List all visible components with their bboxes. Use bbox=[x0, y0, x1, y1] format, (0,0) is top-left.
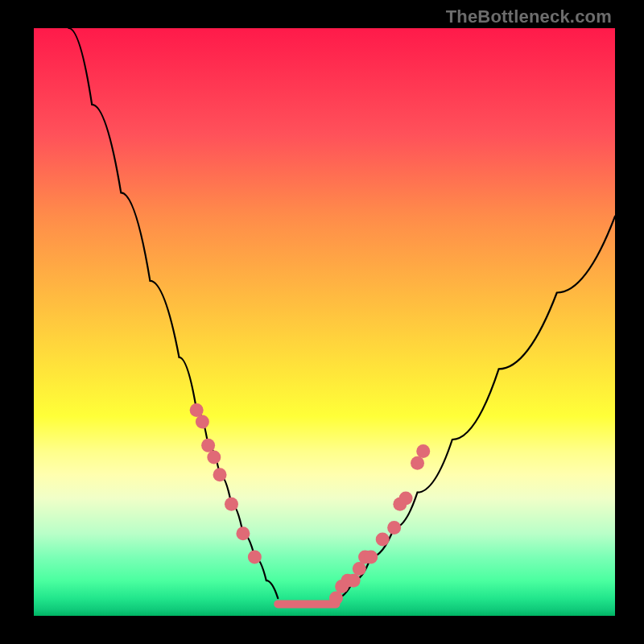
chart-frame: TheBottleneck.com bbox=[0, 0, 644, 644]
data-marker bbox=[387, 521, 401, 535]
data-marker bbox=[236, 526, 250, 540]
data-marker bbox=[201, 439, 215, 452]
watermark-text: TheBottleneck.com bbox=[446, 6, 612, 27]
right-markers bbox=[329, 444, 430, 605]
data-marker bbox=[364, 551, 378, 564]
data-marker bbox=[213, 468, 227, 481]
chart-overlay bbox=[34, 28, 615, 616]
data-marker bbox=[248, 551, 262, 564]
bottleneck-left-curve bbox=[68, 28, 278, 598]
data-marker bbox=[190, 403, 204, 417]
data-marker bbox=[399, 492, 413, 506]
data-marker bbox=[353, 562, 366, 576]
data-marker bbox=[196, 415, 209, 429]
data-marker bbox=[416, 444, 430, 458]
data-marker bbox=[225, 497, 238, 511]
data-marker bbox=[376, 533, 390, 547]
data-marker bbox=[411, 456, 424, 470]
data-marker bbox=[207, 450, 221, 464]
data-marker bbox=[329, 592, 343, 605]
data-marker bbox=[347, 574, 361, 588]
